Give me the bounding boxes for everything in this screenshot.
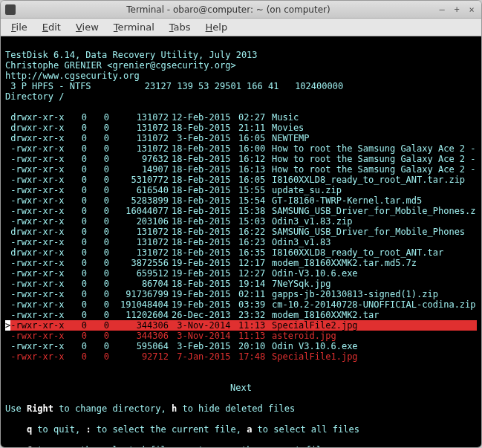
menu-help[interactable]: Help: [198, 20, 235, 34]
file-name: How to root the Samsung Galaxy Ace 2 -: [272, 154, 476, 164]
file-name: I8160XXLD8_ready_to_root_ANT.tar: [272, 247, 443, 258]
file-row[interactable]: -rwxr-xr-x0019104840419-Feb-201503:39cm-…: [5, 299, 477, 310]
file-time: 11:13: [238, 331, 272, 341]
url-line: http://www.cgsecurity.org: [5, 71, 140, 81]
file-time: 15:54: [238, 195, 272, 206]
file-row[interactable]: -rwxr-xr-x00531077218-Feb-201516:05I8160…: [5, 175, 477, 185]
file-row[interactable]: -rwxr-xr-x0092712 7-Jan-201517:48Special…: [5, 351, 477, 362]
file-size: 131072: [109, 237, 169, 247]
menu-file[interactable]: File: [4, 20, 35, 34]
file-perms: drwxr-xr-x: [5, 123, 65, 133]
file-row[interactable]: -rwxr-xr-x008670418-Feb-201519:147NeYSqk…: [5, 279, 477, 289]
file-row[interactable]: -rwxr-xr-x00344306 3-Nov-201411:13astero…: [5, 331, 477, 341]
menu-tabs[interactable]: Tabs: [162, 20, 198, 34]
file-date: 19-Feb-2015: [172, 268, 238, 279]
file-size: 5310772: [109, 175, 169, 185]
file-row[interactable]: -rwxr-xr-x0013107218-Feb-201516:23Odin3_…: [5, 237, 477, 247]
file-date: 18-Feb-2015: [172, 195, 238, 206]
file-uid: 0: [65, 331, 87, 341]
file-size: 5283899: [109, 195, 169, 206]
file-perms: drwxr-xr-x: [5, 247, 65, 258]
file-perms: -rwxr-xr-x: [5, 279, 65, 289]
file-row[interactable]: -rwxr-xr-x001490718-Feb-201516:13How to …: [5, 164, 477, 175]
file-row[interactable]: drwxr-xr-x0013107218-Feb-201516:35I8160X…: [5, 247, 477, 258]
file-gid: 0: [87, 237, 109, 247]
file-perms: -rwxr-xr-x: [5, 341, 65, 351]
file-date: 18-Feb-2015: [172, 175, 238, 185]
file-date: 3-Nov-2014: [172, 320, 238, 331]
partition-line: 3 P HPFS - NTFS 23127 139 53 29501 166 4…: [5, 81, 343, 91]
file-name: 7NeYSqk.jpg: [272, 279, 330, 289]
file-row[interactable]: -rwxr-xr-x001604407718-Feb-201515:38SAMS…: [5, 206, 477, 216]
file-row[interactable]: -rwxr-xr-x0065951219-Feb-201512:27Odin-V…: [5, 268, 477, 279]
file-name: Movies: [272, 123, 304, 133]
window-controls: – + ×: [437, 4, 477, 15]
file-size: 659512: [109, 268, 169, 279]
file-date: 26-Dec-2013: [172, 310, 238, 320]
file-row[interactable]: -rwxr-xr-x009763218-Feb-201516:12How to …: [5, 154, 477, 164]
file-perms: drwxr-xr-x: [5, 227, 65, 237]
file-name: cm-10.2-20140728-UNOFFICIAL-codina.zip: [272, 299, 476, 310]
file-perms: -rwxr-xr-x: [5, 154, 65, 164]
file-size: 131072: [109, 247, 169, 258]
next-label: Next: [5, 383, 477, 393]
menu-view[interactable]: View: [68, 20, 106, 34]
file-time: 16:05: [238, 133, 272, 143]
file-row[interactable]: drwxr-xr-x0013107218-Feb-201516:22SAMSUN…: [5, 227, 477, 237]
file-date: 3-Feb-2015: [172, 341, 238, 351]
file-perms: >-rwxr-xr-x: [5, 320, 65, 331]
file-perms: -rwxr-xr-x: [5, 299, 65, 310]
file-date: 18-Feb-2015: [172, 123, 238, 133]
file-uid: 0: [65, 289, 87, 299]
menu-terminal[interactable]: Terminal: [106, 20, 162, 34]
close-button[interactable]: ×: [466, 4, 477, 15]
file-row[interactable]: drwxr-xr-x0013107212-Feb-201502:27Music: [5, 112, 477, 123]
file-date: 12-Feb-2015: [172, 112, 238, 123]
file-perms: drwxr-xr-x: [5, 133, 65, 143]
file-perms: -rwxr-xr-x: [5, 331, 65, 341]
file-time: 23:32: [238, 310, 272, 320]
window-title: Terminal - obaro@computer: ~ (on compute…: [20, 4, 437, 15]
file-row[interactable]: -rwxr-xr-x0020310618-Feb-201515:03Odin3_…: [5, 216, 477, 227]
file-gid: 0: [87, 320, 109, 331]
author-line: Christophe GRENIER <grenier@cgsecurity.o…: [5, 60, 236, 71]
file-date: 18-Feb-2015: [172, 154, 238, 164]
file-row[interactable]: -rwxr-xr-x00595064 3-Feb-201520:10Odin V…: [5, 341, 477, 351]
menu-edit[interactable]: Edit: [35, 20, 68, 34]
file-time: 20:10: [238, 341, 272, 351]
file-perms: -rwxr-xr-x: [5, 216, 65, 227]
file-name: Music: [272, 112, 299, 123]
file-time: 21:11: [238, 123, 272, 133]
file-gid: 0: [87, 143, 109, 154]
file-row[interactable]: -rwxr-xr-x001120260426-Dec-201323:32mode…: [5, 310, 477, 320]
file-uid: 0: [65, 299, 87, 310]
file-row[interactable]: drwxr-xr-x0013107218-Feb-201521:11Movies: [5, 123, 477, 133]
file-gid: 0: [87, 341, 109, 351]
file-name: gapps-jb-20130813-signed(1).zip: [272, 289, 438, 299]
file-size: 91736799: [109, 289, 169, 299]
file-size: 131072: [109, 227, 169, 237]
terminal-content[interactable]: TestDisk 6.14, Data Recovery Utility, Ju…: [1, 36, 481, 447]
file-time: 16:23: [238, 237, 272, 247]
file-row[interactable]: -rwxr-xr-x00528389918-Feb-201515:54GT-I8…: [5, 195, 477, 206]
file-row[interactable]: >-rwxr-xr-x00344306 3-Nov-201411:13Speci…: [5, 320, 477, 331]
maximize-button[interactable]: +: [452, 4, 462, 15]
file-row[interactable]: drwxr-xr-x00131072 3-Feb-201516:05NEWTEM…: [5, 133, 477, 143]
file-gid: 0: [87, 310, 109, 320]
file-name: SAMSUNG_USB_Driver_for_Mobile_Phones.z: [272, 206, 476, 216]
file-row[interactable]: -rwxr-xr-x0061654018-Feb-201515:55update…: [5, 185, 477, 195]
file-size: 16044077: [109, 206, 169, 216]
app-title-line: TestDisk 6.14, Data Recovery Utility, Ju…: [5, 50, 258, 60]
file-row[interactable]: -rwxr-xr-x0013107218-Feb-201516:00How to…: [5, 143, 477, 154]
help-line-3: C to copy the selected files, c to copy …: [5, 445, 477, 447]
titlebar[interactable]: Terminal - obaro@computer: ~ (on compute…: [1, 1, 481, 19]
minimize-button[interactable]: –: [437, 4, 447, 15]
file-gid: 0: [87, 206, 109, 216]
file-time: 15:03: [238, 216, 272, 227]
file-row[interactable]: -rwxr-xr-x009173679919-Feb-201502:11gapp…: [5, 289, 477, 299]
file-size: 11202604: [109, 310, 169, 320]
file-size: 616540: [109, 185, 169, 195]
file-date: 18-Feb-2015: [172, 143, 238, 154]
file-gid: 0: [87, 185, 109, 195]
file-row[interactable]: -rwxr-xr-x00387255619-Feb-201512:17modem…: [5, 258, 477, 268]
